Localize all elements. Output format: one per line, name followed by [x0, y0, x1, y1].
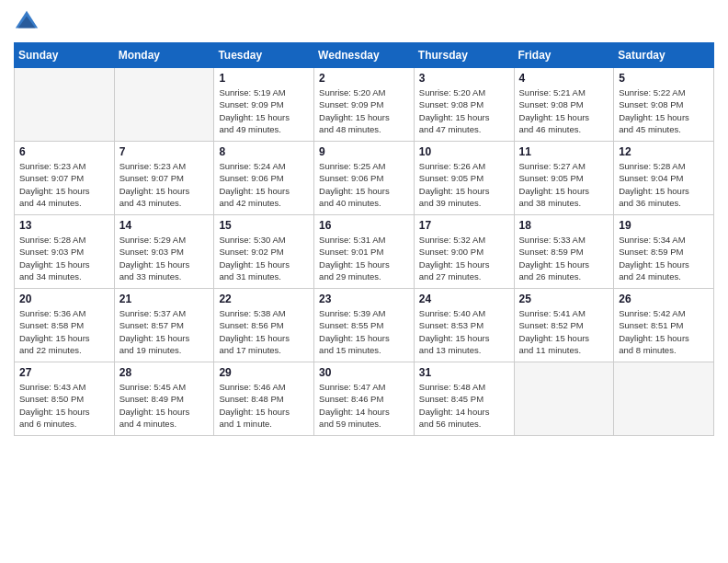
calendar-cell: 23Sunrise: 5:39 AM Sunset: 8:55 PM Dayli… — [314, 289, 415, 362]
day-header-friday: Friday — [514, 43, 614, 68]
day-number: 11 — [519, 145, 609, 158]
day-number: 9 — [319, 145, 409, 158]
day-header-monday: Monday — [114, 43, 214, 68]
day-info: Sunrise: 5:30 AM Sunset: 9:02 PM Dayligh… — [219, 234, 309, 282]
day-info: Sunrise: 5:20 AM Sunset: 9:08 PM Dayligh… — [419, 86, 509, 135]
day-info: Sunrise: 5:33 AM Sunset: 8:59 PM Dayligh… — [519, 234, 609, 282]
calendar-cell — [514, 362, 614, 436]
day-info: Sunrise: 5:25 AM Sunset: 9:06 PM Dayligh… — [319, 160, 409, 209]
day-info: Sunrise: 5:29 AM Sunset: 9:03 PM Dayligh… — [119, 234, 210, 282]
calendar-cell: 15Sunrise: 5:30 AM Sunset: 9:02 PM Dayli… — [214, 215, 314, 289]
calendar-cell: 6Sunrise: 5:23 AM Sunset: 9:07 PM Daylig… — [15, 142, 115, 215]
day-number: 18 — [519, 219, 609, 232]
calendar-cell: 3Sunrise: 5:20 AM Sunset: 9:08 PM Daylig… — [414, 68, 514, 142]
week-row-3: 13Sunrise: 5:28 AM Sunset: 9:03 PM Dayli… — [15, 215, 714, 289]
logo — [14, 9, 43, 35]
calendar-cell: 20Sunrise: 5:36 AM Sunset: 8:58 PM Dayli… — [15, 289, 115, 362]
day-info: Sunrise: 5:38 AM Sunset: 8:56 PM Dayligh… — [219, 307, 309, 356]
day-info: Sunrise: 5:24 AM Sunset: 9:06 PM Dayligh… — [219, 160, 309, 209]
day-info: Sunrise: 5:36 AM Sunset: 8:58 PM Dayligh… — [19, 307, 109, 356]
day-header-thursday: Thursday — [414, 43, 514, 68]
calendar: SundayMondayTuesdayWednesdayThursdayFrid… — [14, 42, 714, 436]
day-info: Sunrise: 5:48 AM Sunset: 8:45 PM Dayligh… — [419, 381, 509, 430]
day-info: Sunrise: 5:43 AM Sunset: 8:50 PM Dayligh… — [19, 381, 109, 430]
day-number: 20 — [19, 293, 109, 305]
day-info: Sunrise: 5:23 AM Sunset: 9:07 PM Dayligh… — [19, 160, 109, 209]
calendar-cell: 29Sunrise: 5:46 AM Sunset: 8:48 PM Dayli… — [214, 362, 314, 436]
logo-icon — [14, 9, 40, 35]
day-number: 23 — [319, 293, 409, 305]
day-number: 4 — [519, 72, 609, 85]
day-info: Sunrise: 5:40 AM Sunset: 8:53 PM Dayligh… — [419, 307, 509, 356]
calendar-cell: 11Sunrise: 5:27 AM Sunset: 9:05 PM Dayli… — [514, 142, 614, 215]
calendar-cell: 30Sunrise: 5:47 AM Sunset: 8:46 PM Dayli… — [314, 362, 415, 436]
calendar-cell: 19Sunrise: 5:34 AM Sunset: 8:59 PM Dayli… — [614, 215, 714, 289]
calendar-cell: 22Sunrise: 5:38 AM Sunset: 8:56 PM Dayli… — [214, 289, 314, 362]
day-info: Sunrise: 5:39 AM Sunset: 8:55 PM Dayligh… — [319, 307, 409, 356]
day-number: 19 — [619, 219, 709, 232]
day-info: Sunrise: 5:27 AM Sunset: 9:05 PM Dayligh… — [519, 160, 609, 209]
day-info: Sunrise: 5:41 AM Sunset: 8:52 PM Dayligh… — [519, 307, 609, 356]
calendar-cell: 26Sunrise: 5:42 AM Sunset: 8:51 PM Dayli… — [614, 289, 714, 362]
day-number: 5 — [619, 72, 709, 85]
calendar-cell: 14Sunrise: 5:29 AM Sunset: 9:03 PM Dayli… — [114, 215, 214, 289]
day-header-sunday: Sunday — [15, 43, 115, 68]
day-number: 12 — [619, 145, 709, 158]
calendar-cell: 10Sunrise: 5:26 AM Sunset: 9:05 PM Dayli… — [414, 142, 514, 215]
calendar-cell: 27Sunrise: 5:43 AM Sunset: 8:50 PM Dayli… — [15, 362, 115, 436]
day-info: Sunrise: 5:28 AM Sunset: 9:03 PM Dayligh… — [19, 234, 109, 282]
day-number: 10 — [419, 145, 509, 158]
day-number: 16 — [319, 219, 409, 232]
calendar-cell: 31Sunrise: 5:48 AM Sunset: 8:45 PM Dayli… — [414, 362, 514, 436]
week-row-2: 6Sunrise: 5:23 AM Sunset: 9:07 PM Daylig… — [15, 142, 714, 215]
calendar-cell: 7Sunrise: 5:23 AM Sunset: 9:07 PM Daylig… — [114, 142, 214, 215]
calendar-cell: 25Sunrise: 5:41 AM Sunset: 8:52 PM Dayli… — [514, 289, 614, 362]
calendar-cell: 18Sunrise: 5:33 AM Sunset: 8:59 PM Dayli… — [514, 215, 614, 289]
calendar-cell: 4Sunrise: 5:21 AM Sunset: 9:08 PM Daylig… — [514, 68, 614, 142]
calendar-cell: 13Sunrise: 5:28 AM Sunset: 9:03 PM Dayli… — [15, 215, 115, 289]
day-info: Sunrise: 5:45 AM Sunset: 8:49 PM Dayligh… — [119, 381, 210, 430]
day-number: 29 — [219, 366, 309, 379]
day-number: 15 — [219, 219, 309, 232]
day-number: 1 — [219, 72, 309, 85]
days-header-row: SundayMondayTuesdayWednesdayThursdayFrid… — [15, 43, 714, 68]
calendar-cell: 5Sunrise: 5:22 AM Sunset: 9:08 PM Daylig… — [614, 68, 714, 142]
week-row-5: 27Sunrise: 5:43 AM Sunset: 8:50 PM Dayli… — [15, 362, 714, 436]
day-info: Sunrise: 5:28 AM Sunset: 9:04 PM Dayligh… — [619, 160, 709, 209]
day-info: Sunrise: 5:19 AM Sunset: 9:09 PM Dayligh… — [219, 86, 309, 135]
day-info: Sunrise: 5:32 AM Sunset: 9:00 PM Dayligh… — [419, 234, 509, 282]
day-info: Sunrise: 5:20 AM Sunset: 9:09 PM Dayligh… — [319, 86, 409, 135]
calendar-cell — [15, 68, 115, 142]
day-header-saturday: Saturday — [614, 43, 714, 68]
day-info: Sunrise: 5:31 AM Sunset: 9:01 PM Dayligh… — [319, 234, 409, 282]
week-row-4: 20Sunrise: 5:36 AM Sunset: 8:58 PM Dayli… — [15, 289, 714, 362]
day-number: 27 — [19, 366, 109, 379]
day-header-wednesday: Wednesday — [314, 43, 415, 68]
day-number: 7 — [119, 145, 210, 158]
day-number: 17 — [419, 219, 509, 232]
day-info: Sunrise: 5:42 AM Sunset: 8:51 PM Dayligh… — [619, 307, 709, 356]
day-number: 26 — [619, 293, 709, 305]
header — [14, 9, 714, 35]
day-number: 6 — [19, 145, 109, 158]
calendar-cell: 16Sunrise: 5:31 AM Sunset: 9:01 PM Dayli… — [314, 215, 415, 289]
day-number: 21 — [119, 293, 210, 305]
calendar-cell: 17Sunrise: 5:32 AM Sunset: 9:00 PM Dayli… — [414, 215, 514, 289]
calendar-cell: 1Sunrise: 5:19 AM Sunset: 9:09 PM Daylig… — [214, 68, 314, 142]
day-info: Sunrise: 5:22 AM Sunset: 9:08 PM Dayligh… — [619, 86, 709, 135]
day-number: 31 — [419, 366, 509, 379]
day-number: 22 — [219, 293, 309, 305]
day-info: Sunrise: 5:37 AM Sunset: 8:57 PM Dayligh… — [119, 307, 210, 356]
day-info: Sunrise: 5:46 AM Sunset: 8:48 PM Dayligh… — [219, 381, 309, 430]
day-info: Sunrise: 5:26 AM Sunset: 9:05 PM Dayligh… — [419, 160, 509, 209]
day-info: Sunrise: 5:21 AM Sunset: 9:08 PM Dayligh… — [519, 86, 609, 135]
day-info: Sunrise: 5:23 AM Sunset: 9:07 PM Dayligh… — [119, 160, 210, 209]
calendar-cell: 24Sunrise: 5:40 AM Sunset: 8:53 PM Dayli… — [414, 289, 514, 362]
calendar-cell: 21Sunrise: 5:37 AM Sunset: 8:57 PM Dayli… — [114, 289, 214, 362]
calendar-cell: 8Sunrise: 5:24 AM Sunset: 9:06 PM Daylig… — [214, 142, 314, 215]
day-info: Sunrise: 5:34 AM Sunset: 8:59 PM Dayligh… — [619, 234, 709, 282]
calendar-cell — [614, 362, 714, 436]
day-number: 24 — [419, 293, 509, 305]
calendar-cell: 9Sunrise: 5:25 AM Sunset: 9:06 PM Daylig… — [314, 142, 415, 215]
day-number: 28 — [119, 366, 210, 379]
